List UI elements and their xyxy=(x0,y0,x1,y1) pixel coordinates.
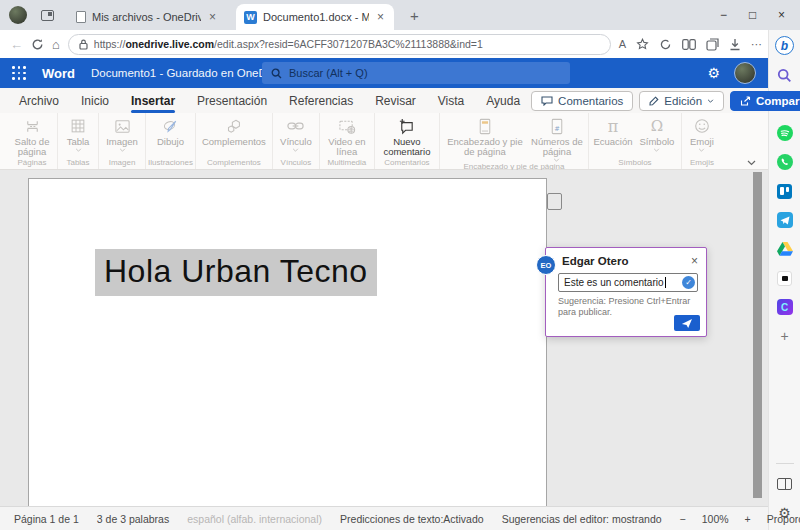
notebook-app-icon[interactable] xyxy=(776,269,794,287)
page-numbers-button[interactable]: # Números de página xyxy=(528,113,586,162)
tab-close-icon[interactable]: × xyxy=(207,10,218,24)
online-video-button[interactable]: Video en línea xyxy=(322,113,372,157)
extension-icon[interactable] xyxy=(659,38,672,51)
comments-button[interactable]: Comentarios xyxy=(531,91,633,111)
google-drive-icon[interactable] xyxy=(776,240,794,258)
comment-input[interactable]: Este es un comentario ✓ xyxy=(558,273,698,292)
tab-vista[interactable]: Vista xyxy=(427,90,475,112)
trello-icon[interactable] xyxy=(776,182,794,200)
selected-text[interactable]: Hola Urban Tecno xyxy=(95,249,377,296)
telegram-icon[interactable] xyxy=(776,211,794,229)
collapse-ribbon-icon[interactable] xyxy=(747,160,756,166)
emoji-button[interactable]: Emoji xyxy=(684,113,720,152)
workspaces-icon[interactable] xyxy=(41,10,54,21)
reload-icon[interactable] xyxy=(31,38,44,51)
split-screen-icon[interactable] xyxy=(682,39,696,50)
word-logo[interactable]: Word xyxy=(42,66,75,81)
text-predictions[interactable]: Predicciones de texto:Activado xyxy=(340,513,484,525)
editor-suggestions[interactable]: Sugerencias del editor: mostrando xyxy=(502,513,662,525)
minimize-button[interactable]: − xyxy=(709,8,738,22)
address-bar-actions: A ⋯ xyxy=(619,38,762,51)
browser-tab-strip: Mis archivos - OneDrive × W Documento1.d… xyxy=(0,0,800,30)
comment-card: EO Edgar Otero × Este es un comentario ✓… xyxy=(545,247,707,337)
more-menu-icon[interactable]: ⋯ xyxy=(751,38,762,51)
new-tab-button[interactable]: + xyxy=(404,7,425,24)
maximize-button[interactable]: □ xyxy=(738,8,767,22)
zoom-in-button[interactable]: + xyxy=(745,513,751,525)
image-icon xyxy=(113,116,132,136)
spotify-icon[interactable] xyxy=(776,124,794,142)
app-launcher-icon[interactable] xyxy=(12,66,26,80)
text-caret xyxy=(665,277,666,288)
new-comment-button[interactable]: Nuevo comentario xyxy=(377,113,437,157)
add-sidebar-icon[interactable]: + xyxy=(776,327,794,345)
svg-text:#: # xyxy=(554,125,560,133)
tab-inicio[interactable]: Inicio xyxy=(70,90,120,112)
scrollbar-thumb[interactable] xyxy=(753,172,762,498)
downloads-icon[interactable] xyxy=(729,38,741,51)
chevron-down-icon xyxy=(292,148,299,152)
whatsapp-icon[interactable] xyxy=(776,153,794,171)
tab-ayuda[interactable]: Ayuda xyxy=(475,90,531,112)
tab-revisar[interactable]: Revisar xyxy=(364,90,427,112)
table-button[interactable]: Tabla xyxy=(60,113,96,152)
chevron-down-icon xyxy=(698,148,705,152)
image-button[interactable]: Imagen xyxy=(101,113,143,152)
read-aloud-icon[interactable]: A xyxy=(619,38,626,50)
ribbon-group-vinculos: Vínculo Vínculos xyxy=(273,113,320,169)
ribbon-group-ilustraciones: Dibujo Ilustraciones xyxy=(146,113,196,169)
page-count[interactable]: Página 1 de 1 xyxy=(14,513,79,525)
word-app-header: Word Documento1 - Guardado en OneDrive B… xyxy=(0,58,768,88)
tab-presentacion[interactable]: Presentación xyxy=(186,90,278,112)
browser-profile-avatar[interactable] xyxy=(9,6,27,24)
vertical-scrollbar[interactable] xyxy=(753,172,762,502)
header-footer-button[interactable]: Encabezado y pie de página xyxy=(442,113,528,157)
feedback-link[interactable]: Proporcionar comentarios a Microsoft xyxy=(767,513,800,525)
symbol-button[interactable]: Ω Símbolo xyxy=(635,113,679,152)
comment-anchor[interactable] xyxy=(547,193,562,210)
zoom-level[interactable]: 100% xyxy=(702,513,729,525)
tab-referencias[interactable]: Referencias xyxy=(278,90,364,112)
collections-icon[interactable] xyxy=(706,38,719,51)
link-button[interactable]: Vínculo xyxy=(275,113,317,152)
favorites-icon[interactable] xyxy=(636,38,649,51)
word-count[interactable]: 3 de 3 palabras xyxy=(97,513,169,525)
document-canvas: Hola Urban Tecno EO Edgar Otero × Este e… xyxy=(0,170,768,506)
tab-insertar[interactable]: Insertar xyxy=(120,90,186,112)
addins-button[interactable]: Complementos xyxy=(198,113,270,147)
ribbon-group-simbolos: π Ecuación Ω Símbolo Símbolos xyxy=(589,113,682,169)
editing-mode-button[interactable]: Edición xyxy=(639,91,724,111)
back-icon[interactable]: ← xyxy=(10,38,23,51)
c-app-icon[interactable]: C xyxy=(776,298,794,316)
send-icon xyxy=(681,318,693,329)
browser-window: Mis archivos - OneDrive × W Documento1.d… xyxy=(0,0,800,530)
share-button[interactable]: Compartir xyxy=(730,91,800,111)
settings-gear-icon[interactable]: ⚙ xyxy=(707,65,720,81)
home-icon[interactable]: ⌂ xyxy=(52,38,60,51)
tab-close-icon[interactable]: × xyxy=(375,10,386,24)
page-break-button[interactable]: Salto de página xyxy=(9,113,55,157)
url-field[interactable]: https://onedrive.live.com/edit.aspx?resi… xyxy=(68,34,611,55)
search-input[interactable]: Buscar (Alt + Q) xyxy=(262,62,570,84)
tab-title: Documento1.docx - Microsoft xyxy=(263,11,369,23)
addins-icon xyxy=(224,116,244,136)
post-comment-button[interactable] xyxy=(674,315,700,331)
account-avatar[interactable] xyxy=(734,62,756,84)
search-placeholder: Buscar (Alt + Q) xyxy=(289,67,368,79)
close-window-button[interactable]: × xyxy=(767,8,796,22)
split-window-icon[interactable] xyxy=(776,475,794,493)
table-icon xyxy=(69,116,87,136)
bing-chat-icon[interactable]: b xyxy=(775,36,794,55)
language-indicator[interactable]: español (alfab. internacional) xyxy=(187,513,322,525)
zoom-out-button[interactable]: − xyxy=(680,513,686,525)
browser-tab-document[interactable]: W Documento1.docx - Microsoft × xyxy=(236,4,394,30)
equation-button[interactable]: π Ecuación xyxy=(591,113,635,147)
sidebar-search-icon[interactable] xyxy=(776,66,794,84)
comment-hint: Sugerencia: Presione Ctrl+Entrar para pu… xyxy=(558,296,698,317)
ribbon-group-multimedia: Video en línea Multimedia xyxy=(320,113,375,169)
browser-tab-onedrive[interactable]: Mis archivos - OneDrive × xyxy=(68,4,226,30)
drawing-button[interactable]: Dibujo xyxy=(148,113,192,147)
tab-archivo[interactable]: Archivo xyxy=(8,90,70,112)
comment-close-icon[interactable]: × xyxy=(691,254,698,268)
document-page[interactable]: Hola Urban Tecno xyxy=(28,178,547,506)
